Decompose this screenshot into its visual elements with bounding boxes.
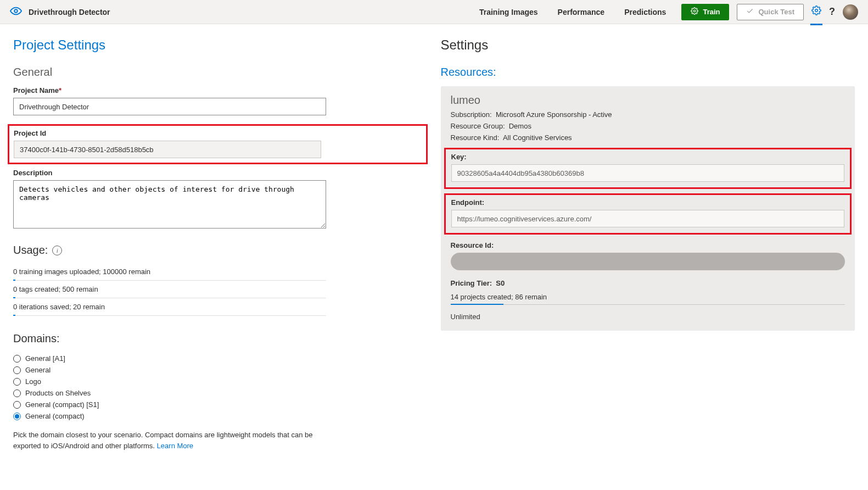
project-id-highlight: Project Id bbox=[8, 124, 428, 164]
usage-heading: Usage: i bbox=[13, 244, 428, 257]
check-icon bbox=[746, 7, 754, 16]
svg-point-1 bbox=[694, 10, 696, 12]
domain-option-products-shelves[interactable]: Products on Shelves bbox=[13, 387, 428, 399]
description-label: Description bbox=[13, 169, 428, 177]
settings-icon[interactable] bbox=[811, 5, 821, 19]
resource-id-field: Resource Id: bbox=[451, 241, 845, 270]
unlimited-row: Unlimited bbox=[451, 313, 845, 321]
nav-predictions[interactable]: Predictions bbox=[622, 1, 668, 23]
quick-test-button[interactable]: Quick Test bbox=[737, 4, 804, 20]
endpoint-input[interactable] bbox=[451, 210, 845, 227]
left-column: Project Settings General Project Name* P… bbox=[13, 37, 428, 451]
quick-test-label: Quick Test bbox=[758, 8, 794, 16]
app-title: Drivethrough Detector bbox=[29, 8, 110, 16]
settings-title: Settings bbox=[441, 37, 855, 53]
project-id-label: Project Id bbox=[14, 129, 422, 137]
radio-icon bbox=[13, 355, 21, 363]
resource-name: lumeo bbox=[451, 94, 845, 107]
usage-row-iterations: 0 iterations saved; 20 remain bbox=[13, 298, 326, 316]
radio-icon bbox=[13, 401, 21, 409]
resource-id-label: Resource Id: bbox=[451, 241, 845, 249]
svg-point-0 bbox=[14, 9, 18, 13]
radio-icon bbox=[13, 389, 21, 397]
domain-option-general[interactable]: General bbox=[13, 364, 428, 376]
description-textarea[interactable] bbox=[13, 180, 326, 229]
general-heading: General bbox=[13, 66, 428, 79]
info-icon[interactable]: i bbox=[52, 246, 62, 255]
endpoint-label: Endpoint: bbox=[451, 198, 845, 207]
right-column: Settings Resources: lumeo Subscription: … bbox=[441, 37, 855, 451]
domain-option-general-compact-s1[interactable]: General (compact) [S1] bbox=[13, 399, 428, 410]
active-tab-indicator bbox=[810, 24, 822, 25]
app-header: Drivethrough Detector Training Images Pe… bbox=[0, 0, 868, 24]
projects-row: 14 projects created; 86 remain bbox=[451, 289, 845, 305]
header-nav: Training Images Performance Predictions bbox=[110, 1, 682, 23]
avatar[interactable] bbox=[843, 4, 858, 20]
key-label: Key: bbox=[451, 153, 845, 161]
eye-icon bbox=[10, 5, 22, 19]
learn-more-link[interactable]: Learn More bbox=[157, 442, 193, 450]
subscription-row: Subscription: Microsoft Azure Sponsorshi… bbox=[451, 109, 845, 120]
resource-panel: lumeo Subscription: Microsoft Azure Spon… bbox=[441, 86, 855, 331]
project-name-field: Project Name* bbox=[13, 86, 428, 115]
radio-icon bbox=[13, 366, 21, 374]
domains-radio-group: General [A1] General Logo Products on Sh… bbox=[13, 353, 428, 422]
radio-icon bbox=[13, 413, 21, 420]
main-content: Project Settings General Project Name* P… bbox=[0, 24, 868, 464]
key-input[interactable] bbox=[451, 164, 845, 182]
domains-heading: Domains: bbox=[13, 332, 428, 345]
svg-point-2 bbox=[815, 9, 818, 12]
usage-row-images: 0 training images uploaded; 100000 remai… bbox=[13, 263, 326, 281]
train-button[interactable]: Train bbox=[681, 4, 729, 20]
header-left: Drivethrough Detector bbox=[10, 5, 110, 19]
header-right: Train Quick Test ? bbox=[681, 4, 858, 20]
resource-group-row: Resource Group: Demos bbox=[451, 120, 845, 132]
resource-kind-row: Resource Kind: All Cognitive Services bbox=[451, 132, 845, 143]
help-icon[interactable]: ? bbox=[829, 6, 835, 18]
train-label: Train bbox=[703, 8, 720, 16]
project-name-label: Project Name* bbox=[13, 86, 428, 94]
domain-option-logo[interactable]: Logo bbox=[13, 376, 428, 387]
resources-heading: Resources: bbox=[441, 66, 855, 79]
domain-option-general-a1[interactable]: General [A1] bbox=[13, 353, 428, 364]
domain-note: Pick the domain closest to your scenario… bbox=[13, 430, 326, 451]
description-field: Description bbox=[13, 169, 428, 231]
key-highlight: Key: bbox=[444, 148, 852, 189]
domain-option-general-compact[interactable]: General (compact) bbox=[13, 410, 428, 422]
project-id-input[interactable] bbox=[14, 141, 321, 158]
project-name-input[interactable] bbox=[13, 98, 326, 115]
resource-id-redacted bbox=[451, 253, 845, 270]
usage-row-tags: 0 tags created; 500 remain bbox=[13, 281, 326, 298]
gear-cog-icon bbox=[691, 7, 698, 16]
radio-icon bbox=[13, 378, 21, 386]
nav-performance[interactable]: Performance bbox=[556, 1, 607, 23]
page-title: Project Settings bbox=[13, 37, 428, 53]
pricing-tier-row: Pricing Tier: S0 bbox=[451, 279, 845, 287]
nav-training-images[interactable]: Training Images bbox=[477, 1, 540, 23]
endpoint-highlight: Endpoint: bbox=[444, 193, 852, 235]
